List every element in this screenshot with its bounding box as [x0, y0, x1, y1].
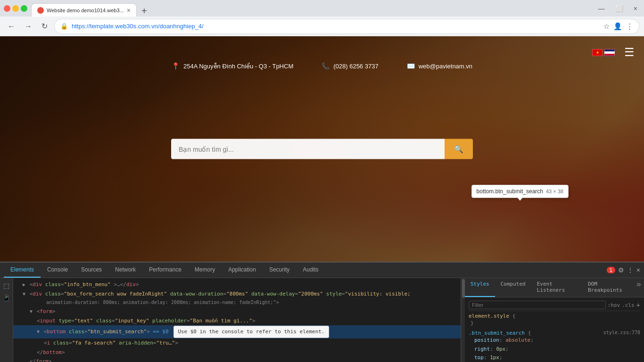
phone-text: (028) 6256 3737 — [333, 63, 378, 70]
devtools-panel: Elements Console Sources Network Perform… — [0, 262, 644, 362]
styles-panel-tabs: Styles Computed Event Listeners DOM Brea… — [465, 278, 644, 297]
html-line[interactable]: <i class="fa fa-search" aria-hidden="tru… — [13, 338, 461, 348]
html-line[interactable]: ▼ <form> — [13, 307, 461, 316]
hover-filter-button[interactable]: :hov — [608, 302, 620, 308]
location-icon: 📍 — [172, 62, 180, 70]
tab-event-listeners[interactable]: Event Listeners — [531, 278, 582, 297]
maximize-window-button[interactable] — [21, 5, 27, 12]
class-filter-button[interactable]: .cls — [622, 302, 635, 308]
html-line[interactable]: ▶ <div class="info_btn_menu" >…</div> — [13, 280, 461, 289]
back-button[interactable]: ← — [5, 20, 18, 33]
style-source[interactable]: style.css:778 — [603, 330, 640, 336]
hamburger-menu-icon[interactable]: ☰ — [624, 46, 635, 59]
tree-tooltip: Use $0 in the console to refer to this e… — [173, 326, 329, 338]
email-text: web@pavietnam.vn — [419, 63, 472, 70]
collapse-icon[interactable]: ▼ — [23, 291, 25, 296]
search-area: 🔍 — [171, 139, 473, 159]
close-window-button[interactable] — [4, 5, 10, 12]
top-bar: ☰ — [592, 46, 635, 59]
email-icon: ✉️ — [407, 62, 415, 70]
tab-network[interactable]: Network — [108, 263, 142, 278]
html-line[interactable]: ▼ <div class="box_form_search wow fadeIn… — [13, 289, 461, 299]
bookmark-button[interactable]: ☆ — [603, 22, 610, 31]
inspect-element-button[interactable]: ⬚ — [1, 280, 11, 291]
search-icon: 🔍 — [454, 145, 463, 153]
tooltip-arrow — [517, 197, 523, 201]
elements-scrollbar[interactable] — [461, 278, 465, 362]
tab-security[interactable]: Security — [263, 263, 296, 278]
tab-dom-breakpoints[interactable]: DOM Breakpoints — [582, 278, 633, 297]
style-selector: element.style { — [469, 313, 640, 319]
tab-memory[interactable]: Memory — [188, 263, 222, 278]
element-style-rule: element.style { } — [469, 313, 640, 326]
address-bar: ← → ↻ 🔒 https://template.web30s.com.vn/d… — [0, 16, 644, 36]
contact-phone: 📞 (028) 6256 3737 — [322, 62, 378, 70]
collapse-icon[interactable]: ▼ — [30, 309, 33, 314]
minimize-button[interactable]: — — [595, 4, 608, 13]
devtools-header: Elements Console Sources Network Perform… — [0, 263, 644, 278]
language-flags — [592, 49, 615, 56]
contact-bar: 📍 254A Nguyễn Đình Chiểu - Q3 - TpHCM 📞 … — [0, 62, 644, 70]
vietnamese-flag[interactable] — [592, 49, 603, 56]
tab-console[interactable]: Console — [41, 263, 74, 278]
css-property: position: absolute; — [469, 336, 640, 345]
tab-computed[interactable]: Computed — [495, 278, 531, 297]
tab-bar: Website demo demo1014.web3... × + — [31, 0, 592, 16]
devtools-more-button[interactable]: ⋮ — [627, 266, 634, 274]
devtools-sidebar: ⬚ 📱 — [0, 278, 13, 362]
tab-sources[interactable]: Sources — [74, 263, 108, 278]
devtools-close-button[interactable]: × — [636, 266, 640, 274]
website-content: ☰ 📍 254A Nguyễn Đình Chiểu - Q3 - TpHCM … — [0, 36, 644, 262]
forward-button[interactable]: → — [22, 20, 35, 33]
devtools-controls: 1 ⚙ ⋮ × — [607, 266, 640, 274]
element-tooltip: bottom.btn_submit_search 43 × 38 — [471, 185, 569, 198]
device-toolbar-button[interactable]: 📱 — [0, 292, 12, 304]
window-controls — [4, 5, 27, 12]
styles-filter-row: :hov .cls + — [469, 299, 640, 311]
address-text: 254A Nguyễn Đình Chiểu - Q3 - TpHCM — [183, 63, 293, 70]
tab-title: Website demo demo1014.web3... — [47, 8, 124, 13]
minimize-window-button[interactable] — [12, 5, 19, 12]
tab-application[interactable]: Application — [222, 263, 263, 278]
styles-tab-overflow[interactable]: » — [633, 278, 644, 297]
tab-elements[interactable]: Elements — [4, 263, 41, 278]
css-rule-btn-submit: .btn_submit_search { style.css:778 posit… — [469, 330, 640, 362]
restore-button[interactable]: ⬜ — [612, 4, 626, 13]
devtools-settings-button[interactable]: ⚙ — [618, 266, 624, 274]
collapse-icon[interactable]: ▼ — [37, 329, 40, 334]
phone-icon: 📞 — [322, 62, 330, 70]
elements-panel[interactable]: ▶ <div class="info_btn_menu" >…</div> ▼ … — [13, 278, 461, 362]
tab-close-button[interactable]: × — [127, 7, 131, 14]
browser-tab[interactable]: Website demo demo1014.web3... × — [31, 3, 137, 16]
tab-favicon — [37, 7, 44, 14]
devtools-tabs: Elements Console Sources Network Perform… — [4, 263, 607, 278]
error-count-badge: 1 — [607, 267, 615, 273]
scrollbar-thumb[interactable] — [462, 279, 465, 298]
tab-performance[interactable]: Performance — [142, 263, 188, 278]
tab-styles[interactable]: Styles — [465, 278, 495, 297]
html-line[interactable]: <input type="text" class="input_key" pla… — [13, 316, 461, 326]
contact-address: 📍 254A Nguyễn Đình Chiểu - Q3 - TpHCM — [172, 62, 293, 70]
address-bar-wrap[interactable]: 🔒 https://template.web30s.com.vn/doanhng… — [54, 19, 639, 34]
contact-email: ✉️ web@pavietnam.vn — [407, 62, 472, 70]
devtools-body: ⬚ 📱 ▶ <div class="info_btn_menu" >…</div… — [0, 278, 644, 362]
new-tab-button[interactable]: + — [139, 6, 150, 16]
reload-button[interactable]: ↻ — [39, 20, 50, 33]
html-line[interactable]: </form> — [13, 357, 461, 362]
css-property: right: 0px; — [469, 345, 640, 354]
close-button[interactable]: × — [631, 4, 640, 13]
html-line[interactable]: </bottom> — [13, 348, 461, 357]
tooltip-size: 43 × 38 — [546, 189, 563, 194]
css-property: top: 1px; — [469, 354, 640, 362]
search-input[interactable] — [171, 139, 445, 159]
address-bar-actions: ☆ 👤 ⋮ — [603, 22, 633, 31]
menu-button[interactable]: ⋮ — [626, 22, 633, 31]
styles-filter-input[interactable] — [469, 301, 606, 309]
search-submit-button[interactable]: 🔍 — [445, 139, 473, 159]
tab-audits[interactable]: Audits — [296, 263, 325, 278]
html-line-selected[interactable]: ▼ <bottom class="btn_submit_search"> == … — [13, 325, 461, 338]
english-flag[interactable] — [604, 49, 615, 56]
add-style-rule-button[interactable]: + — [636, 301, 640, 309]
collapse-icon[interactable]: ▶ — [23, 282, 25, 287]
account-button[interactable]: 👤 — [613, 22, 622, 31]
